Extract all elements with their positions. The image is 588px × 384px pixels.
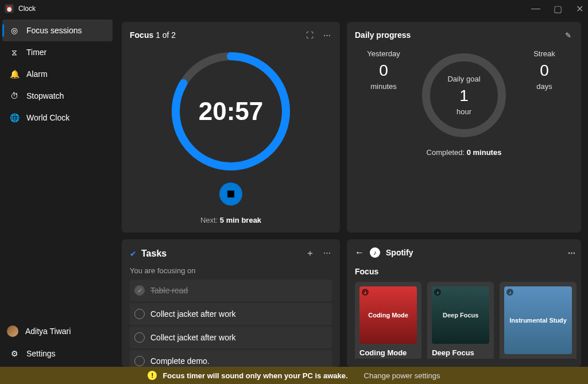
expand-icon[interactable]: ⛶ (304, 30, 315, 40)
avatar (7, 325, 18, 337)
focusing-label: You are focusing on (130, 266, 332, 275)
spotify-badge-icon: ♪ (506, 289, 513, 296)
spotify-logo-icon: ♪ (370, 247, 380, 258)
warning-icon: ! (148, 371, 157, 380)
sidebar-item-label: Alarm (26, 69, 48, 79)
sidebar-item-focus-sessions[interactable]: ◎ Focus sessions (2, 20, 113, 41)
sidebar-item-timer[interactable]: ⧖ Timer (2, 41, 113, 63)
task-text: Collect jacket after work (150, 333, 236, 342)
sidebar-item-settings[interactable]: ⚙ Settings (2, 343, 113, 364)
maximize-button[interactable]: ▢ (554, 5, 562, 13)
task-item[interactable]: Collect jacket after work (130, 303, 332, 325)
task-item[interactable]: Collect jacket after work (130, 327, 332, 348)
more-icon[interactable]: ⋯ (322, 30, 332, 40)
task-text: Collect jacket after work (150, 309, 236, 319)
playlist-card[interactable]: ♪Deep FocusDeep FocusKeep calm and focus… (427, 282, 494, 359)
target-icon: ◎ (9, 25, 20, 36)
completed-line: Completed: 0 minutes (355, 148, 573, 157)
edit-icon[interactable]: ✎ (563, 30, 573, 40)
focus-session-card: Focus 1 of 2 ⛶ ⋯ 20:57 Next: 5 min break (122, 22, 340, 232)
content-area: Focus 1 of 2 ⛶ ⋯ 20:57 Next: 5 min break (115, 17, 588, 367)
more-icon[interactable]: ⋯ (322, 247, 332, 258)
app-icon: ⏰ (5, 4, 14, 13)
progress-title: Daily progress (355, 30, 411, 40)
spotify-brand: Spotify (386, 248, 413, 257)
task-item[interactable]: ✓Table read (130, 280, 332, 301)
sidebar-item-world-clock[interactable]: 🌐 World Clock (2, 107, 113, 129)
playlist-desc: Dedicated to all the programmers out... (359, 358, 417, 359)
task-list: ✓Table readCollect jacket after workColl… (130, 280, 332, 367)
warning-text: Focus timer will sound only when your PC… (163, 371, 347, 380)
task-item[interactable]: Complete demo. (130, 350, 332, 367)
app-title: Clock (18, 5, 36, 13)
task-checkbox[interactable]: ✓ (134, 285, 145, 296)
user-name: Aditya Tiwari (25, 327, 71, 336)
sidebar-item-label: Focus sessions (26, 26, 82, 35)
playlist-title: Coding Mode (359, 348, 417, 357)
sidebar-item-label: Settings (26, 349, 56, 358)
sidebar-item-alarm[interactable]: 🔔 Alarm (2, 63, 113, 85)
gear-icon: ⚙ (9, 348, 20, 359)
globe-icon: 🌐 (9, 113, 20, 123)
tasks-icon: ✔ (130, 249, 137, 258)
task-text: Complete demo. (150, 356, 210, 366)
sidebar-item-stopwatch[interactable]: ⏱ Stopwatch (2, 85, 113, 107)
stopwatch-icon: ⏱ (9, 91, 20, 101)
close-button[interactable]: ✕ (575, 5, 583, 13)
spotify-badge-icon: ♪ (362, 289, 369, 296)
change-power-settings-link[interactable]: Change power settings (364, 371, 440, 380)
spotify-badge-icon: ♪ (434, 289, 441, 296)
minimize-button[interactable]: — (532, 5, 540, 13)
playlist-card[interactable]: ♪Coding ModeCoding ModeDedicated to all … (355, 282, 421, 359)
more-icon[interactable]: ⋯ (566, 247, 577, 258)
playlist-cover: ♪Coding Mode (359, 286, 417, 344)
bell-icon: 🔔 (9, 69, 20, 79)
tasks-card: ✔ Tasks ＋ ⋯ You are focusing on ✓Table r… (122, 239, 340, 367)
playlist-desc: Keep calm and focus with ambient and... (432, 358, 489, 359)
hourglass-icon: ⧖ (9, 47, 20, 57)
sidebar: ◎ Focus sessions ⧖ Timer 🔔 Alarm ⏱ Stopw… (0, 17, 115, 367)
back-icon[interactable]: ← (355, 247, 364, 258)
task-checkbox[interactable] (134, 356, 145, 366)
task-text: Table read (150, 286, 188, 295)
task-checkbox[interactable] (134, 309, 145, 319)
focus-timer-ring: 20:57 (168, 48, 294, 174)
playlist-cover: ♪Instrumental Study (504, 286, 572, 354)
user-account[interactable]: Aditya Tiwari (0, 320, 115, 343)
stop-button[interactable] (219, 183, 242, 205)
focus-title: Focus 1 of 2 (130, 30, 176, 40)
playlist-grid: ♪Coding ModeCoding ModeDedicated to all … (355, 282, 577, 359)
yesterday-col: Yesterday 0 minutes (361, 49, 407, 91)
sidebar-item-label: World Clock (26, 113, 69, 122)
stop-icon (227, 191, 234, 197)
playlist-cover: ♪Deep Focus (432, 286, 489, 344)
playlist-title: Deep Focus (432, 348, 489, 357)
next-break-label: Next: 5 min break (200, 216, 261, 224)
warning-bar: ! Focus timer will sound only when your … (0, 367, 588, 384)
sidebar-item-label: Stopwatch (26, 91, 64, 100)
add-task-button[interactable]: ＋ (305, 247, 315, 259)
tasks-title: Tasks (141, 249, 167, 259)
spotify-section-title: Focus (355, 267, 577, 276)
streak-col: Streak 0 days (521, 49, 567, 91)
daily-progress-card: Daily progress ✎ Yesterday 0 minutes Dai… (347, 22, 581, 232)
titlebar: ⏰ Clock — ▢ ✕ (0, 0, 588, 17)
window-controls: — ▢ ✕ (532, 5, 583, 13)
task-checkbox[interactable] (134, 332, 145, 343)
daily-goal-ring: Daily goal 1 hour (418, 49, 510, 141)
sidebar-item-label: Timer (26, 48, 47, 57)
spotify-card: ← ♪ Spotify ⋯ Focus ♪Coding ModeCoding M… (347, 239, 581, 367)
focus-timer-value: 20:57 (199, 97, 264, 126)
playlist-card[interactable]: ♪Instrumental StudyInstrumental StudyA s… (500, 282, 577, 359)
